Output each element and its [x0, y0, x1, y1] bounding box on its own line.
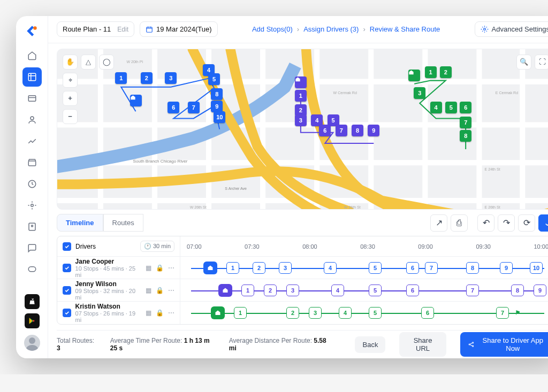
nav-routes[interactable] [22, 67, 42, 87]
user-avatar[interactable] [24, 335, 40, 351]
calendar-icon[interactable]: ▦ [146, 264, 151, 272]
timeline-stop[interactable]: 2 [264, 285, 277, 296]
map-stop-marker[interactable]: 5 [445, 102, 457, 113]
map-stop-marker[interactable]: 3 [295, 114, 307, 126]
timeline-home[interactable] [211, 306, 225, 319]
map-stop-marker[interactable]: 9 [368, 125, 379, 136]
map-stop-marker[interactable]: 8 [460, 130, 471, 142]
map-stop-marker[interactable]: 3 [165, 72, 177, 84]
lock-icon[interactable]: 🔒 [156, 309, 164, 317]
nav-list[interactable] [22, 89, 42, 108]
timeline-stop[interactable]: 8 [466, 262, 479, 274]
map-stop-marker[interactable]: 5 [208, 73, 220, 85]
map-stop-marker[interactable]: 2 [440, 66, 452, 78]
edit-link[interactable]: Edit [117, 26, 128, 33]
nav-feedback[interactable] [22, 239, 42, 258]
nav-locate[interactable] [22, 196, 42, 215]
map-stop-marker[interactable]: 1 [425, 66, 437, 78]
map-home-marker[interactable] [408, 70, 420, 81]
route-map[interactable]: South Branch Chicago River S Archer Ave … [57, 49, 548, 210]
search-map[interactable]: 🔍 [516, 55, 531, 70]
shape-tool[interactable]: ◯ [99, 55, 114, 70]
timeline-stop[interactable]: 4 [324, 262, 337, 274]
map-stop-marker[interactable]: 9 [211, 101, 223, 112]
nav-users[interactable] [22, 110, 42, 129]
driver-checkbox[interactable] [63, 286, 71, 295]
timeline-stop[interactable]: 6 [421, 307, 434, 319]
polygon-tool[interactable]: △ [81, 55, 96, 70]
pan-tool[interactable]: ✋ [63, 55, 78, 70]
nav-analytics[interactable] [22, 132, 42, 151]
share-driver-button[interactable]: Share to Driver App Now [460, 332, 548, 357]
timeline-stop[interactable]: 1 [234, 307, 247, 319]
timeline-home[interactable] [203, 262, 217, 274]
locate-tool[interactable]: ⌖ [63, 73, 78, 88]
more-icon[interactable]: ⋯ [168, 309, 174, 317]
more-icon[interactable]: ⋯ [168, 264, 174, 272]
tab-routes[interactable]: Routes [103, 214, 143, 232]
undo-icon[interactable]: ↶ [477, 214, 494, 232]
collapse-icon[interactable]: ⌄ [538, 214, 548, 232]
nav-home[interactable] [22, 46, 42, 65]
calendar-icon[interactable]: ▦ [146, 309, 151, 317]
map-stop-marker[interactable]: 6 [168, 102, 179, 113]
timeline-stop[interactable]: 7 [496, 307, 509, 319]
export-icon[interactable]: ↗ [430, 214, 447, 232]
timeline-stop[interactable]: 4 [331, 285, 344, 296]
map-stop-marker[interactable]: 4 [430, 102, 442, 113]
zoom-out[interactable]: − [63, 109, 78, 124]
map-stop-marker[interactable]: 10 [214, 111, 225, 123]
crumb-assign-drivers[interactable]: Assign Drivers (3) [303, 25, 359, 33]
map-stop-marker[interactable]: 7 [336, 125, 347, 136]
timeline-stop[interactable]: 5 [369, 285, 382, 296]
map-stop-marker[interactable]: 6 [460, 102, 471, 113]
map-stop-marker[interactable]: 1 [295, 90, 307, 102]
map-stop-marker[interactable]: 8 [352, 125, 363, 136]
map-stop-marker[interactable]: 3 [414, 87, 425, 99]
zoom-in[interactable]: + [63, 91, 78, 106]
more-icon[interactable]: ⋯ [168, 287, 174, 294]
app-store-badge[interactable] [25, 294, 40, 309]
back-button[interactable]: Back [355, 336, 385, 353]
select-all-checkbox[interactable] [63, 242, 71, 251]
timeline-stop[interactable]: 8 [511, 285, 524, 296]
lock-icon[interactable]: 🔒 [156, 264, 164, 272]
redo-icon[interactable]: ↷ [498, 214, 515, 232]
map-home-marker[interactable] [295, 76, 307, 88]
map-home-marker[interactable] [130, 95, 142, 106]
advanced-settings[interactable]: Advanced Settings [475, 21, 548, 37]
timeline-stop[interactable]: 3 [286, 285, 299, 296]
play-store-badge[interactable] [25, 313, 40, 328]
timeline-stop[interactable]: 9 [500, 262, 513, 274]
map-stop-marker[interactable]: 7 [188, 102, 200, 113]
timeline-stop[interactable]: 2 [253, 262, 265, 274]
driver-checkbox[interactable] [63, 309, 71, 317]
nav-contact[interactable] [22, 217, 42, 236]
fullscreen[interactable]: ⛶ [535, 55, 548, 70]
lock-icon[interactable]: 🔒 [156, 287, 164, 294]
map-stop-marker[interactable]: 7 [460, 117, 471, 128]
timeline-stop[interactable]: 2 [286, 307, 299, 319]
timeline-stop[interactable]: 3 [279, 262, 292, 274]
crumb-add-stops[interactable]: Add Stops(0) [252, 25, 293, 33]
driver-checkbox[interactable] [63, 264, 71, 272]
map-stop-marker[interactable]: 2 [141, 72, 153, 84]
timeline-stop[interactable]: 4 [339, 307, 352, 319]
nav-chat[interactable] [22, 260, 42, 279]
timeline-stop[interactable]: 7 [466, 285, 479, 296]
timeline-stop[interactable]: 1 [241, 285, 254, 296]
timeline-stop[interactable]: 5 [369, 307, 382, 319]
timeline-stop[interactable]: 10 [530, 262, 543, 274]
timeline-stop[interactable]: 6 [406, 262, 419, 274]
timeline-stop[interactable]: 6 [406, 285, 419, 296]
share-url-button[interactable]: Share URL [399, 332, 446, 357]
timeline-stop[interactable]: 1 [226, 262, 239, 274]
timeline-home[interactable] [218, 284, 232, 297]
timeline-stop[interactable]: 5 [369, 262, 382, 274]
timeline-stop[interactable]: 3 [309, 307, 322, 319]
date-chip[interactable]: 19 Mar 2024(Tue) [140, 21, 218, 37]
map-stop-marker[interactable]: 6 [319, 125, 331, 136]
interval-badge[interactable]: 🕐 30 min [140, 241, 174, 252]
timeline-stop[interactable]: 9 [534, 285, 546, 296]
crumb-review-share[interactable]: Review & Share Route [370, 25, 440, 33]
